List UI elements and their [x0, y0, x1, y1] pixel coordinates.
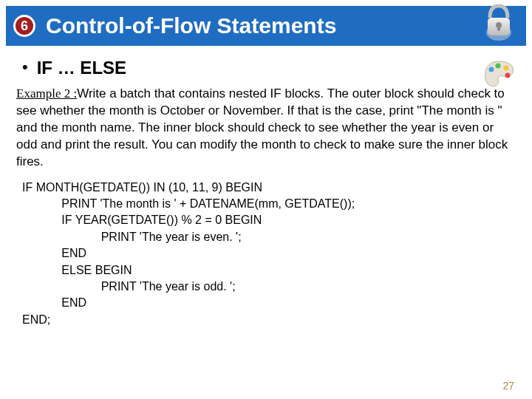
svg-point-6 — [504, 66, 509, 71]
chapter-number: 6 — [21, 18, 28, 34]
svg-point-7 — [505, 73, 511, 78]
svg-point-5 — [496, 64, 501, 69]
page-title: Control-of-Flow Statements — [46, 13, 336, 38]
svg-rect-3 — [497, 25, 500, 31]
page-number: 27 — [502, 380, 514, 392]
example-body: Write a batch that contains nested IF bl… — [16, 86, 508, 168]
palette-icon — [482, 59, 516, 93]
subheading: IF … ELSE — [37, 58, 126, 78]
svg-point-4 — [489, 67, 494, 72]
example-label: Example 2 : — [16, 86, 77, 100]
content-area: • IF … ELSE Example 2 :Write a batch tha… — [0, 46, 532, 328]
bullet: • — [22, 58, 28, 77]
example-paragraph: Example 2 :Write a batch that contains n… — [16, 86, 516, 171]
subheading-row: • IF … ELSE — [16, 58, 516, 78]
chapter-badge: 6 — [13, 15, 35, 37]
header-bar: 6 Control-of-Flow Statements — [6, 6, 526, 46]
lock-icon — [482, 3, 516, 44]
code-block: IF MONTH(GETDATE()) IN (10, 11, 9) BEGIN… — [16, 180, 516, 329]
